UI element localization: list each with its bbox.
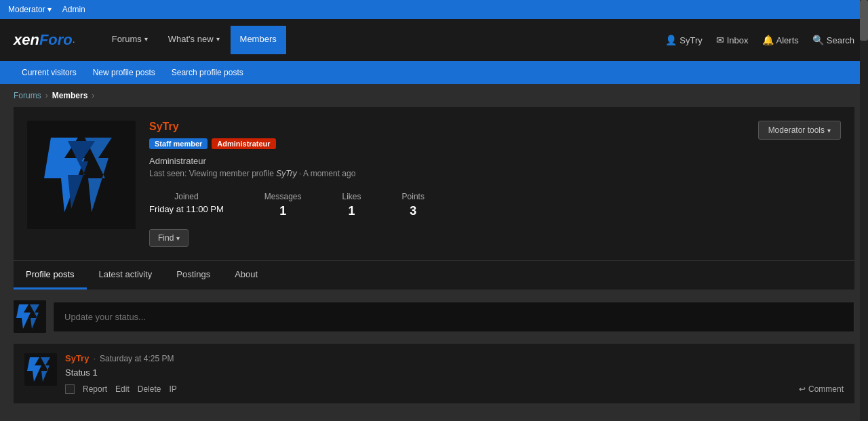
post-content: SyTry · Saturday at 4:25 PM Status 1 Rep… [65, 353, 844, 394]
profile-stats: Joined Friday at 11:00 PM Messages 1 Lik… [149, 192, 841, 218]
admin-label: Admin [62, 5, 85, 14]
inbox-icon: ✉ [716, 35, 724, 45]
content-area: SyTry · Saturday at 4:25 PM Status 1 Rep… [14, 289, 854, 420]
post-author-avatar [24, 353, 57, 386]
post-ip[interactable]: IP [169, 384, 176, 394]
inbox-button[interactable]: ✉ Inbox [716, 35, 749, 45]
subnav-current-visitors[interactable]: Current visitors [14, 64, 85, 81]
post-item: SyTry · Saturday at 4:25 PM Status 1 Rep… [14, 344, 854, 403]
profile-info: SyTry Staff member Administrateur Admini… [149, 121, 841, 247]
lastseen-username: SyTry [276, 169, 296, 178]
tab-about[interactable]: About [222, 261, 270, 289]
header-user-actions: 👤 SyTry ✉ Inbox 🔔 Alerts 🔍 Search [665, 35, 854, 45]
badge-admin: Administrateur [212, 138, 275, 149]
stat-likes: Likes 1 [342, 192, 361, 218]
moderator-tools-button[interactable]: Moderator tools [758, 121, 841, 140]
stat-points: Points 3 [402, 192, 425, 218]
tab-profile-posts[interactable]: Profile posts [14, 261, 87, 289]
logo[interactable]: xenForo· [14, 31, 75, 49]
nav-item-whatsnew[interactable]: What's new [159, 26, 229, 54]
search-button[interactable]: 🔍 Search [812, 35, 854, 45]
breadcrumb: Forums › Members › [0, 84, 868, 107]
header: xenForo· Forums What's new Members 👤 SyT… [0, 19, 868, 61]
reply-icon: ↩ [799, 384, 806, 394]
post-actions: Report Edit Delete IP ↩ Comment [65, 384, 844, 394]
profile-lastseen: Last seen: Viewing member profile SyTry … [149, 169, 841, 178]
moderator-dropdown-arrow: ▾ [47, 5, 52, 14]
profile-card: SyTry Staff member Administrateur Admini… [14, 107, 854, 260]
search-icon: 🔍 [812, 35, 824, 45]
breadcrumb-separator: › [45, 91, 48, 100]
profile-role: Administrateur [149, 156, 841, 166]
post-time: Saturday at 4:25 PM [100, 354, 174, 363]
stat-messages: Messages 1 [264, 192, 302, 218]
alerts-button[interactable]: 🔔 Alerts [762, 35, 799, 45]
admin-bar: Moderator ▾ Admin [0, 0, 868, 19]
user-menu[interactable]: 👤 SyTry [665, 35, 702, 45]
nav-item-members[interactable]: Members [231, 26, 286, 54]
breadcrumb-members: Members [52, 91, 88, 100]
moderator-menu[interactable]: Moderator ▾ [8, 5, 52, 14]
tab-latest-activity[interactable]: Latest activity [87, 261, 165, 289]
post-delete[interactable]: Delete [138, 384, 161, 394]
stat-joined-label: Joined [149, 192, 224, 201]
post-separator: · [93, 353, 96, 363]
moderator-label: Moderator [8, 5, 45, 14]
bell-icon: 🔔 [762, 35, 774, 45]
find-button[interactable]: Find [149, 229, 189, 247]
profile-tabs: Profile posts Latest activity Postings A… [14, 260, 854, 289]
comment-button[interactable]: ↩ Comment [799, 384, 844, 394]
nav-item-forums[interactable]: Forums [102, 26, 157, 54]
status-input[interactable] [53, 302, 854, 332]
sub-nav: Current visitors New profile posts Searc… [0, 61, 868, 84]
stat-points-label: Points [402, 192, 425, 201]
badge-staff: Staff member [149, 138, 208, 149]
tab-postings[interactable]: Postings [164, 261, 222, 289]
status-update-box [14, 300, 854, 333]
stat-messages-label: Messages [264, 192, 302, 201]
stat-likes-value: 1 [342, 204, 361, 218]
post-edit[interactable]: Edit [115, 384, 130, 394]
subnav-new-profile-posts[interactable]: New profile posts [85, 64, 163, 81]
current-user-avatar [14, 300, 46, 333]
user-icon: 👤 [665, 35, 677, 45]
post-header: SyTry · Saturday at 4:25 PM [65, 353, 844, 363]
post-checkbox[interactable] [65, 384, 75, 394]
stat-points-value: 3 [402, 204, 425, 218]
breadcrumb-forums[interactable]: Forums [14, 91, 41, 100]
admin-link[interactable]: Admin [62, 5, 85, 14]
post-username[interactable]: SyTry [65, 353, 89, 363]
profile-username: SyTry [149, 121, 841, 133]
scrollbar-thumb[interactable] [860, 0, 868, 41]
profile-find: Find [149, 229, 841, 247]
scrollbar[interactable] [860, 0, 868, 420]
stat-likes-label: Likes [342, 192, 361, 201]
stat-messages-value: 1 [264, 204, 302, 218]
subnav-search-profile-posts[interactable]: Search profile posts [163, 64, 252, 81]
profile-avatar [27, 121, 136, 229]
post-report[interactable]: Report [83, 384, 107, 394]
stat-joined: Joined Friday at 11:00 PM [149, 192, 224, 218]
breadcrumb-end-separator: › [92, 91, 94, 100]
stat-joined-value: Friday at 11:00 PM [149, 204, 224, 214]
post-body: Status 1 [65, 367, 844, 378]
main-nav: Forums What's new Members [102, 26, 286, 54]
profile-badges: Staff member Administrateur [149, 138, 841, 149]
